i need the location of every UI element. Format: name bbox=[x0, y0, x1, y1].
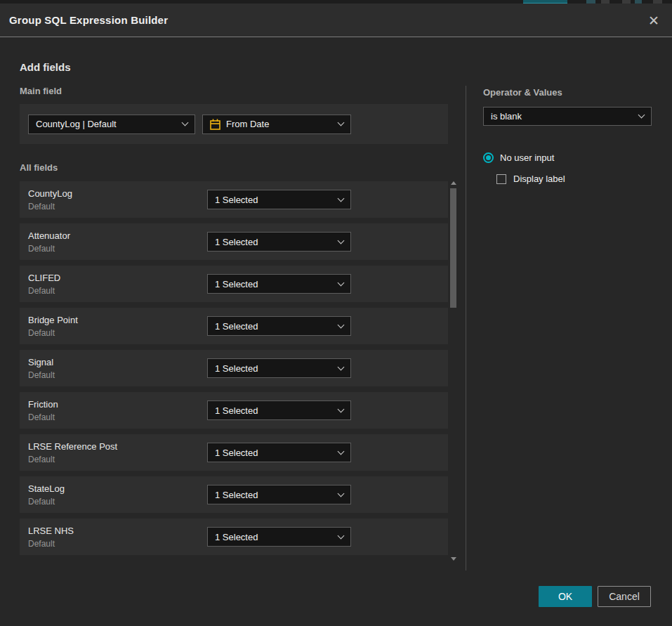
field-row: LRSE Reference Post Default 1 Selected bbox=[20, 434, 448, 471]
operator-select[interactable]: is blank bbox=[483, 107, 652, 126]
field-row-text: LRSE NHS Default bbox=[20, 526, 207, 549]
display-label-text: Display label bbox=[513, 174, 565, 184]
scrollbar[interactable] bbox=[450, 181, 457, 561]
field-row: CLIFED Default 1 Selected bbox=[20, 266, 448, 302]
chevron-down-icon bbox=[338, 405, 345, 412]
field-name: StateLog bbox=[28, 483, 207, 494]
dialog-footer: OK Cancel bbox=[539, 586, 651, 607]
field-row: LRSE NHS Default 1 Selected bbox=[20, 519, 448, 555]
field-sublabel: Default bbox=[28, 202, 207, 211]
field-sublabel: Default bbox=[28, 539, 207, 549]
field-selected-dropdown[interactable]: 1 Selected bbox=[207, 443, 351, 462]
field-name: CLIFED bbox=[28, 273, 207, 283]
field-row: Signal Default 1 Selected bbox=[20, 350, 448, 386]
field-selected-value: 1 Selected bbox=[215, 279, 333, 289]
calendar-icon bbox=[210, 119, 220, 130]
field-selected-dropdown[interactable]: 1 Selected bbox=[207, 400, 351, 420]
field-name: Friction bbox=[28, 399, 207, 410]
main-field-select-value: From Date bbox=[226, 119, 327, 129]
operator-column: Operator & Values is blank No user input… bbox=[466, 86, 652, 184]
field-selected-value: 1 Selected bbox=[215, 195, 333, 205]
field-selected-dropdown[interactable]: 1 Selected bbox=[207, 485, 351, 504]
operator-select-value: is blank bbox=[491, 111, 633, 122]
field-selected-dropdown[interactable]: 1 Selected bbox=[207, 274, 351, 294]
field-selected-dropdown[interactable]: 1 Selected bbox=[207, 527, 351, 547]
field-row-text: Attenuator Default bbox=[20, 230, 207, 254]
operator-values-label: Operator & Values bbox=[483, 87, 652, 98]
chevron-down-icon bbox=[338, 237, 345, 244]
field-selected-dropdown[interactable]: 1 Selected bbox=[207, 190, 351, 209]
field-sublabel: Default bbox=[28, 244, 207, 254]
radio-dot bbox=[486, 155, 491, 160]
field-name: CountyLog bbox=[28, 188, 207, 199]
dialog-body: Add fields Main field CountyLog | Defaul… bbox=[0, 38, 672, 626]
field-selected-dropdown[interactable]: 1 Selected bbox=[207, 232, 351, 252]
dialog-header: Group SQL Expression Builder ✕ bbox=[0, 4, 672, 37]
layer-select[interactable]: CountyLog | Default bbox=[28, 115, 195, 134]
field-selected-value: 1 Selected bbox=[215, 237, 333, 247]
field-selected-value: 1 Selected bbox=[215, 532, 333, 542]
field-row: StateLog Default 1 Selected bbox=[20, 476, 448, 513]
chevron-down-icon bbox=[338, 532, 345, 539]
all-fields-list: CountyLog Default 1 Selected Attenuator … bbox=[20, 181, 448, 561]
all-fields-label: All fields bbox=[20, 162, 457, 173]
field-row-text: StateLog Default bbox=[20, 483, 207, 507]
scroll-down-icon[interactable] bbox=[451, 557, 456, 561]
dialog-title: Group SQL Expression Builder bbox=[9, 14, 168, 26]
field-sublabel: Default bbox=[28, 497, 207, 507]
checkbox-unchecked-icon[interactable] bbox=[496, 174, 506, 184]
field-sublabel: Default bbox=[28, 328, 207, 338]
chevron-down-icon bbox=[182, 119, 189, 126]
no-user-input-radio[interactable]: No user input bbox=[483, 152, 652, 163]
chevron-down-icon bbox=[338, 119, 345, 126]
field-selected-value: 1 Selected bbox=[215, 490, 333, 500]
chevron-down-icon bbox=[338, 321, 345, 328]
display-label-checkbox-row[interactable]: Display label bbox=[496, 174, 652, 184]
chevron-down-icon bbox=[338, 363, 345, 370]
field-selected-dropdown[interactable]: 1 Selected bbox=[207, 316, 351, 336]
section-title: Add fields bbox=[20, 61, 71, 73]
chevron-down-icon bbox=[638, 112, 645, 119]
field-selected-value: 1 Selected bbox=[215, 321, 333, 332]
field-selected-dropdown[interactable]: 1 Selected bbox=[207, 358, 351, 378]
field-sublabel: Default bbox=[28, 455, 207, 464]
field-row-text: Friction Default bbox=[20, 399, 207, 422]
scrollbar-thumb[interactable] bbox=[450, 188, 456, 308]
field-sublabel: Default bbox=[28, 412, 207, 422]
field-row-text: CountyLog Default bbox=[20, 188, 207, 211]
field-name: LRSE Reference Post bbox=[28, 441, 207, 452]
field-row-text: LRSE Reference Post Default bbox=[20, 441, 207, 464]
field-row: Attenuator Default 1 Selected bbox=[20, 223, 448, 260]
chevron-down-icon bbox=[338, 195, 345, 202]
field-name: Attenuator bbox=[28, 230, 207, 241]
chevron-down-icon bbox=[338, 490, 345, 497]
main-field-label: Main field bbox=[20, 86, 457, 96]
field-row: Bridge Point Default 1 Selected bbox=[20, 308, 448, 344]
all-fields-list-wrap: CountyLog Default 1 Selected Attenuator … bbox=[20, 181, 457, 561]
ok-button[interactable]: OK bbox=[539, 586, 592, 607]
field-row-text: Bridge Point Default bbox=[20, 315, 207, 338]
field-row: Friction Default 1 Selected bbox=[20, 392, 448, 429]
field-row-text: CLIFED Default bbox=[20, 273, 207, 296]
scroll-up-icon[interactable] bbox=[451, 181, 456, 185]
radio-selected-icon bbox=[483, 152, 494, 163]
chevron-down-icon bbox=[338, 448, 345, 455]
cancel-button[interactable]: Cancel bbox=[598, 586, 651, 607]
field-sublabel: Default bbox=[28, 370, 207, 380]
layer-select-value: CountyLog | Default bbox=[36, 119, 177, 129]
field-name: LRSE NHS bbox=[28, 526, 207, 536]
field-selected-value: 1 Selected bbox=[215, 405, 333, 416]
field-selected-value: 1 Selected bbox=[215, 363, 333, 374]
close-icon[interactable]: ✕ bbox=[645, 11, 663, 30]
main-field-panel: CountyLog | Default From Date bbox=[20, 104, 448, 144]
field-row: CountyLog Default 1 Selected bbox=[20, 181, 448, 218]
field-selected-value: 1 Selected bbox=[215, 448, 333, 458]
field-name: Bridge Point bbox=[28, 315, 207, 325]
field-sublabel: Default bbox=[28, 286, 207, 296]
fields-column: Main field CountyLog | Default From Date bbox=[20, 86, 457, 561]
field-name: Signal bbox=[28, 357, 207, 367]
chevron-down-icon bbox=[338, 279, 345, 286]
main-field-select[interactable]: From Date bbox=[202, 115, 351, 134]
field-row-text: Signal Default bbox=[20, 357, 207, 380]
dialog-columns: Main field CountyLog | Default From Date bbox=[20, 86, 672, 570]
